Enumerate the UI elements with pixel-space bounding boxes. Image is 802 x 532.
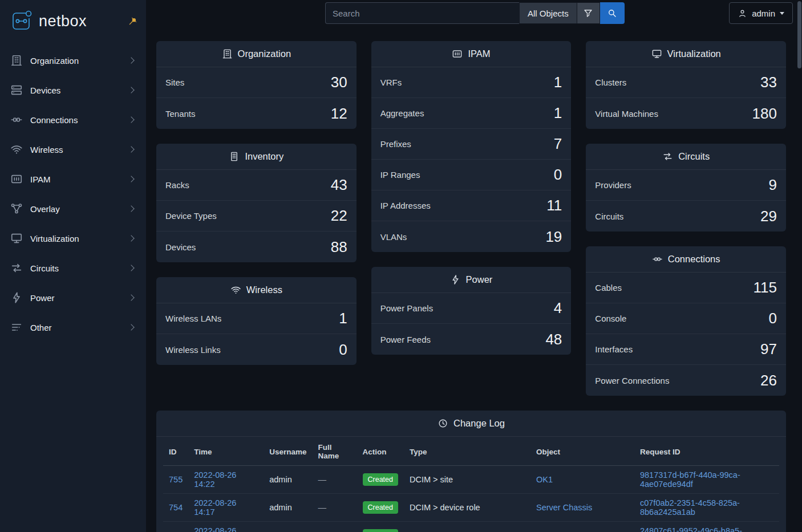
stat-value[interactable]: 7 xyxy=(554,135,562,153)
sidebar-item-label: Circuits xyxy=(30,263,121,273)
sidebar-item-circuits[interactable]: Circuits xyxy=(0,253,146,283)
stat-value[interactable]: 48 xyxy=(545,331,562,348)
stat-value[interactable]: 115 xyxy=(754,279,777,297)
col-time: Time xyxy=(188,438,264,466)
power-icon xyxy=(10,291,23,304)
change-full-name: — xyxy=(318,503,327,512)
change-object-link[interactable]: OK1 xyxy=(536,475,553,484)
stat-value[interactable]: 1 xyxy=(554,74,562,91)
stat-row-tenants: Tenants 12 xyxy=(156,98,357,129)
stat-value[interactable]: 11 xyxy=(546,197,562,214)
stat-value[interactable]: 1 xyxy=(339,310,347,327)
stat-label: Aggregates xyxy=(380,108,424,118)
stat-value[interactable]: 180 xyxy=(752,105,777,123)
stat-value[interactable]: 9 xyxy=(769,176,777,194)
stat-row-wireless-lans: Wireless LANs 1 xyxy=(156,303,357,334)
change-request-id-link[interactable]: 9817317d-b67f-440a-99ca-4ae07ede94df xyxy=(640,470,740,489)
sidebar-item-overlay[interactable]: Overlay xyxy=(0,194,146,224)
stat-label: Devices xyxy=(165,242,196,252)
scrollbar-thumb[interactable] xyxy=(797,1,801,68)
stat-value[interactable]: 29 xyxy=(760,208,777,225)
change-request-id-link[interactable]: 24807c61-9952-49c6-b8a5-69760bfcc4b3 xyxy=(640,526,742,532)
stat-value[interactable]: 0 xyxy=(769,310,777,327)
card-header: Circuits xyxy=(586,144,786,170)
change-type: DCIM > device role xyxy=(410,503,480,512)
stat-row-aggregates: Aggregates 1 xyxy=(371,98,572,129)
sidebar-item-label: IPAM xyxy=(30,174,121,184)
sidebar-item-label: Devices xyxy=(30,86,121,95)
change-id-link[interactable]: 754 xyxy=(169,503,183,512)
change-full-name: — xyxy=(318,475,327,484)
stat-value[interactable]: 0 xyxy=(554,166,562,184)
card-header: Inventory xyxy=(156,144,357,170)
sidebar-item-wireless[interactable]: Wireless xyxy=(0,135,146,164)
netbox-logo[interactable]: netbox xyxy=(9,9,87,33)
chevron-right-icon xyxy=(128,324,134,330)
change-id-link[interactable]: 755 xyxy=(169,475,183,484)
stat-value[interactable]: 43 xyxy=(331,176,347,194)
sidebar-item-organization[interactable]: Organization xyxy=(0,46,146,75)
change-time-link[interactable]: 2022-08-26 14:15 xyxy=(194,526,236,532)
sidebar-item-ipam[interactable]: IPAM xyxy=(0,164,146,194)
stat-label: IP Addresses xyxy=(380,201,431,210)
app-layout: netbox Organization Devices Connectio xyxy=(0,0,802,532)
stat-value[interactable]: 33 xyxy=(760,74,777,91)
sidebar-item-devices[interactable]: Devices xyxy=(0,75,146,105)
topbar: All Objects admin xyxy=(146,0,802,26)
building-icon xyxy=(10,54,23,67)
stat-value[interactable]: 4 xyxy=(554,299,562,317)
change-time-link[interactable]: 2022-08-26 14:17 xyxy=(194,498,236,517)
change-request-id-link[interactable]: c07f0ab2-2351-4c58-825a-8b6a2425a1ab xyxy=(640,498,740,517)
stat-value[interactable]: 19 xyxy=(545,228,562,246)
circuits-card: Circuits Providers 9 Circuits 29 xyxy=(586,144,786,232)
search-scope-button[interactable]: All Objects xyxy=(519,2,577,24)
card-title: Change Log xyxy=(453,418,505,429)
stat-row-ip-ranges: IP Ranges 0 xyxy=(371,160,572,190)
stat-value[interactable]: 30 xyxy=(331,74,347,91)
sidebar-item-connections[interactable]: Connections xyxy=(0,105,146,135)
stat-value[interactable]: 0 xyxy=(339,341,347,359)
change-object-link[interactable]: Server Chassis xyxy=(536,503,592,512)
stat-row-power-connections: Power Connections 26 xyxy=(586,365,786,396)
user-label: admin xyxy=(752,9,775,18)
sidebar-item-label: Power xyxy=(30,293,121,303)
pin-icon[interactable] xyxy=(128,16,138,26)
search-input[interactable] xyxy=(325,2,519,24)
stat-value[interactable]: 22 xyxy=(331,207,347,225)
stat-value[interactable]: 1 xyxy=(554,104,562,122)
stat-value[interactable]: 88 xyxy=(331,238,347,256)
search-submit-button[interactable] xyxy=(600,2,625,24)
stat-label: Power Panels xyxy=(380,303,434,313)
stat-value[interactable]: 26 xyxy=(760,372,777,389)
col-username: Username xyxy=(264,438,312,466)
sidebar-item-label: Connections xyxy=(30,115,121,125)
card-title: Organization xyxy=(238,48,291,59)
stat-row-power-panels: Power Panels 4 xyxy=(371,293,572,324)
chevron-right-icon xyxy=(128,87,134,93)
card-title: Circuits xyxy=(678,151,710,162)
sidebar-item-virtualization[interactable]: Virtualization xyxy=(0,224,146,253)
circuits-icon xyxy=(10,262,23,274)
sidebar-item-power[interactable]: Power xyxy=(0,283,146,312)
stat-row-clusters: Clusters 33 xyxy=(586,67,786,98)
col-id: ID xyxy=(163,438,188,466)
inventory-card: Inventory Racks 43 Device Types 22 Devic… xyxy=(156,144,357,262)
wifi-icon xyxy=(10,143,23,156)
brand-name: netbox xyxy=(39,13,87,30)
filter-button[interactable] xyxy=(577,2,600,24)
changelog-row: 755 2022-08-26 14:22 admin — Created DCI… xyxy=(163,466,779,494)
wifi-icon xyxy=(230,285,241,295)
sidebar-item-other[interactable]: Other xyxy=(0,312,146,342)
stat-row-ip-addresses: IP Addresses 11 xyxy=(371,190,572,221)
stat-label: Circuits xyxy=(595,212,623,221)
stat-value[interactable]: 97 xyxy=(760,340,777,358)
stat-row-vrfs: VRFs 1 xyxy=(371,67,572,98)
stat-row-racks: Racks 43 xyxy=(156,170,357,201)
sidebar-item-label: Overlay xyxy=(30,204,121,214)
connections-card: Connections Cables 115 Console 0 Interfa… xyxy=(586,246,786,396)
card-title: Virtualization xyxy=(667,48,721,59)
card-header: Power xyxy=(371,267,572,293)
stat-value[interactable]: 12 xyxy=(331,105,347,123)
user-menu-button[interactable]: admin xyxy=(729,2,793,24)
change-time-link[interactable]: 2022-08-26 14:22 xyxy=(194,470,236,489)
